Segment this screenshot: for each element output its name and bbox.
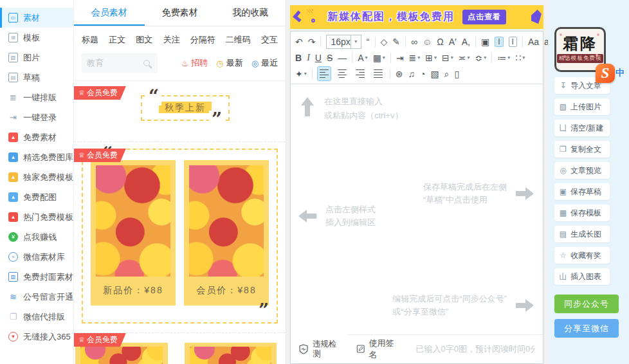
font-color-icon[interactable]: A▾ [358, 53, 367, 62]
underline-icon[interactable]: U [315, 53, 322, 62]
banner-cta-button[interactable]: 点击查看 [462, 10, 506, 24]
subtab-3[interactable]: 关注 [163, 34, 179, 46]
margin-top-icon[interactable]: ≍▾ [459, 53, 470, 62]
sidebar-item-11[interactable]: ¥点我赚钱 [0, 227, 73, 247]
italic-icon[interactable]: I [307, 53, 310, 62]
subtab-0[interactable]: 标题 [82, 34, 98, 46]
sogou-ime-icon[interactable]: S [596, 64, 615, 83]
sidebar-item-4[interactable]: ≣一键排版 [0, 87, 73, 107]
editor-content-area[interactable]: 在这里直接输入 或粘贴内容（ctrl+v） 保存草稿完成后在左侧 “草稿”中点击… [291, 84, 543, 334]
letter-spacing-icon[interactable]: ⊟▾ [442, 53, 453, 62]
action-button-3[interactable]: ❐复制全文 [554, 141, 610, 158]
sidebar-item-15[interactable]: ❐微信代排版 [0, 307, 73, 327]
strikethrough-icon[interactable]: S [327, 53, 333, 62]
eraser-icon[interactable]: ◇ [381, 37, 388, 46]
undo-icon[interactable]: ↶ [295, 37, 303, 46]
action-button-1[interactable]: ▧上传图片 [554, 98, 610, 115]
text-input-mode-icon[interactable]: I [495, 37, 503, 47]
sidebar-item-1[interactable]: ⊞模板 [0, 28, 73, 48]
music-icon[interactable]: ♫ [408, 69, 415, 78]
violation-check-button[interactable]: 违规检测 [298, 340, 341, 359]
sidebar-item-14[interactable]: ≋公号留言开通 [0, 287, 73, 307]
subtab-1[interactable]: 正文 [109, 34, 125, 46]
case-upper-icon[interactable]: Aa [528, 37, 539, 46]
sidebar-item-8[interactable]: ▲独家免费模板 [0, 167, 73, 187]
emoji-icon[interactable]: ☺ [423, 37, 432, 46]
bold-icon[interactable]: B [295, 53, 302, 62]
tab-0[interactable]: 会员素材 [74, 0, 145, 26]
align-left-icon[interactable] [318, 67, 331, 81]
insert-image-icon[interactable]: ▧ [430, 69, 439, 78]
style-card-autumn[interactable]: ♕会员免费 “ 秋季上新 ” [74, 86, 286, 141]
action-buttons: ↧导入文章▧上传图片凵清空/新建❐复制全文◎文章预览▣保存草稿▦保存模板▤生成长… [553, 77, 629, 285]
sidebar-item-12[interactable]: ≈微信素材库 [0, 247, 73, 267]
action-button-5[interactable]: ▣保存草稿 [554, 183, 610, 200]
filter-0[interactable]: ♨招聘 [181, 57, 208, 69]
sidebar-item-5[interactable]: ⇥一键登录 [0, 107, 73, 127]
video-icon[interactable]: ⊛ [396, 69, 403, 78]
bg-color-icon[interactable]: ▦▾ [373, 53, 385, 62]
search-input[interactable]: 教育 [82, 53, 158, 73]
align-justify-icon[interactable] [372, 67, 385, 81]
sidebar-item-2[interactable]: ▧图片 [0, 48, 73, 68]
align-center-icon[interactable] [336, 67, 349, 81]
toolbar-row-2: ✦▾⊛♫◔▧⌕▯ [295, 66, 538, 82]
sidebar-item-13[interactable]: ▧免费封面素材 [0, 267, 73, 287]
toolbar-separator [312, 69, 313, 79]
subtab-2[interactable]: 图文 [136, 34, 152, 46]
subscript-icon[interactable]: A, [462, 37, 470, 46]
sidebar-item-0[interactable]: ▭素材 [0, 8, 73, 28]
clear-format-icon[interactable]: ▯ [455, 69, 460, 78]
font-size-select[interactable]: 16px▾ [326, 35, 361, 49]
sidebar-item-9[interactable]: ▲免费配图 [0, 187, 73, 207]
blockquote-icon[interactable]: “ [367, 37, 370, 46]
signature-button[interactable]: 使用签名 [356, 338, 399, 361]
subtab-4[interactable]: 分隔符 [190, 34, 215, 46]
hint-line: 保存草稿完成后在左侧 [423, 181, 507, 194]
align-right-icon[interactable] [354, 67, 367, 81]
tab-2[interactable]: 我的收藏 [215, 0, 286, 26]
text-block-mode-icon[interactable]: I [509, 37, 517, 47]
sidebar-item-10[interactable]: ▲热门免费模板 [0, 207, 73, 227]
margin-bottom-icon[interactable]: ≎▾ [475, 53, 487, 62]
link-icon[interactable]: ∞ [411, 37, 417, 46]
superscript-icon[interactable]: A′ [449, 37, 457, 46]
subtab-5[interactable]: 二维码 [226, 34, 251, 46]
paste-icon[interactable]: ▣ [481, 37, 489, 46]
sidebar-item-7[interactable]: ▲精选免费图库 [0, 147, 73, 167]
sidebar-item-6[interactable]: ▲免费素材 [0, 127, 73, 147]
sync-to-official-account-button[interactable]: 同步公众号 [554, 295, 619, 313]
ime-overlay[interactable]: S 中 [596, 64, 624, 83]
subtab-6[interactable]: 交互 [261, 34, 278, 46]
action-button-2[interactable]: 凵清空/新建 [554, 120, 610, 136]
redo-icon[interactable]: ↷ [308, 37, 316, 46]
svg-anim-icon[interactable]: ◔ [420, 69, 425, 78]
action-button-4[interactable]: ◎文章预览 [554, 162, 610, 179]
promo-banner[interactable]: 新媒体配图，模板免费用 点击查看 [290, 5, 543, 29]
close-quote-icon: ” [259, 302, 269, 320]
arrow-left-icon [298, 210, 318, 223]
share-to-wechat-button[interactable]: 分享至微信 [554, 319, 619, 338]
style-card-partial[interactable]: ♕会员免费 [74, 332, 286, 364]
action-button-7[interactable]: ▤生成长图 [554, 226, 610, 242]
sidebar-item-3[interactable]: ▤草稿 [0, 68, 73, 87]
sidebar-item-16[interactable]: ▼无缝接入365 [0, 327, 73, 347]
line-height-icon[interactable]: ≣▾ [409, 53, 421, 62]
tab-1[interactable]: 免费素材 [145, 0, 215, 26]
action-button-6[interactable]: ▦保存模板 [554, 205, 610, 221]
filter-2[interactable]: ◎最近 [251, 57, 278, 69]
style-card-prices[interactable]: ♕会员免费 “ 新品价：¥88 会员价：¥88 ” [74, 149, 286, 323]
special-char-icon[interactable]: Ω [437, 37, 443, 46]
horizontal-rule-icon[interactable]: — [338, 53, 347, 62]
action-button-8[interactable]: ☆收藏有奖 [554, 247, 610, 264]
indent-icon[interactable]: ⇥ [396, 53, 404, 62]
find-replace-icon[interactable]: ⌕ [444, 69, 450, 78]
one-key-format-icon[interactable]: ✦▾ [295, 69, 307, 78]
filter-1[interactable]: ◷最新 [216, 57, 242, 69]
price-card-new: 新品价：¥88 [91, 160, 176, 305]
action-button-9[interactable]: 山插入图表 [554, 268, 610, 285]
ordered-list-icon[interactable]: ≔▾ [497, 53, 510, 62]
table-icon[interactable]: ⊞▾ [425, 53, 437, 62]
unordered-list-icon[interactable]: ∷▾ [515, 53, 525, 62]
format-painter-icon[interactable]: ✎ [392, 37, 400, 46]
